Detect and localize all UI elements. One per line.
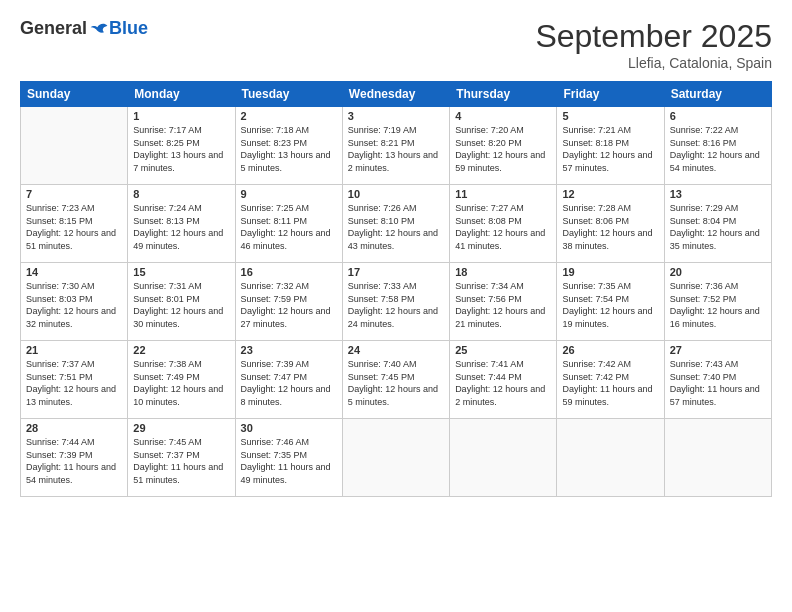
day-number: 1 bbox=[133, 110, 229, 122]
calendar-cell: 29Sunrise: 7:45 AMSunset: 7:37 PMDayligh… bbox=[128, 419, 235, 497]
day-info: Sunrise: 7:40 AMSunset: 7:45 PMDaylight:… bbox=[348, 358, 444, 408]
day-number: 21 bbox=[26, 344, 122, 356]
calendar-cell bbox=[342, 419, 449, 497]
day-info: Sunrise: 7:25 AMSunset: 8:11 PMDaylight:… bbox=[241, 202, 337, 252]
calendar-cell: 27Sunrise: 7:43 AMSunset: 7:40 PMDayligh… bbox=[664, 341, 771, 419]
logo: General Blue bbox=[20, 18, 148, 39]
day-info: Sunrise: 7:31 AMSunset: 8:01 PMDaylight:… bbox=[133, 280, 229, 330]
calendar-cell: 9Sunrise: 7:25 AMSunset: 8:11 PMDaylight… bbox=[235, 185, 342, 263]
day-info: Sunrise: 7:41 AMSunset: 7:44 PMDaylight:… bbox=[455, 358, 551, 408]
day-number: 18 bbox=[455, 266, 551, 278]
calendar-cell: 8Sunrise: 7:24 AMSunset: 8:13 PMDaylight… bbox=[128, 185, 235, 263]
calendar-cell bbox=[450, 419, 557, 497]
day-number: 14 bbox=[26, 266, 122, 278]
day-number: 19 bbox=[562, 266, 658, 278]
calendar-cell: 4Sunrise: 7:20 AMSunset: 8:20 PMDaylight… bbox=[450, 107, 557, 185]
week-row-3: 14Sunrise: 7:30 AMSunset: 8:03 PMDayligh… bbox=[21, 263, 772, 341]
day-info: Sunrise: 7:38 AMSunset: 7:49 PMDaylight:… bbox=[133, 358, 229, 408]
day-info: Sunrise: 7:33 AMSunset: 7:58 PMDaylight:… bbox=[348, 280, 444, 330]
day-number: 27 bbox=[670, 344, 766, 356]
header-monday: Monday bbox=[128, 82, 235, 107]
calendar-cell: 24Sunrise: 7:40 AMSunset: 7:45 PMDayligh… bbox=[342, 341, 449, 419]
day-info: Sunrise: 7:17 AMSunset: 8:25 PMDaylight:… bbox=[133, 124, 229, 174]
day-number: 5 bbox=[562, 110, 658, 122]
logo-bird-icon bbox=[89, 19, 109, 39]
day-info: Sunrise: 7:44 AMSunset: 7:39 PMDaylight:… bbox=[26, 436, 122, 486]
day-info: Sunrise: 7:20 AMSunset: 8:20 PMDaylight:… bbox=[455, 124, 551, 174]
day-number: 26 bbox=[562, 344, 658, 356]
day-info: Sunrise: 7:27 AMSunset: 8:08 PMDaylight:… bbox=[455, 202, 551, 252]
day-info: Sunrise: 7:35 AMSunset: 7:54 PMDaylight:… bbox=[562, 280, 658, 330]
day-number: 13 bbox=[670, 188, 766, 200]
calendar-cell: 30Sunrise: 7:46 AMSunset: 7:35 PMDayligh… bbox=[235, 419, 342, 497]
calendar-cell: 14Sunrise: 7:30 AMSunset: 8:03 PMDayligh… bbox=[21, 263, 128, 341]
calendar-cell bbox=[664, 419, 771, 497]
header-wednesday: Wednesday bbox=[342, 82, 449, 107]
calendar-cell: 5Sunrise: 7:21 AMSunset: 8:18 PMDaylight… bbox=[557, 107, 664, 185]
day-info: Sunrise: 7:18 AMSunset: 8:23 PMDaylight:… bbox=[241, 124, 337, 174]
day-number: 24 bbox=[348, 344, 444, 356]
day-number: 16 bbox=[241, 266, 337, 278]
day-number: 9 bbox=[241, 188, 337, 200]
calendar-cell: 10Sunrise: 7:26 AMSunset: 8:10 PMDayligh… bbox=[342, 185, 449, 263]
day-number: 28 bbox=[26, 422, 122, 434]
calendar-cell: 23Sunrise: 7:39 AMSunset: 7:47 PMDayligh… bbox=[235, 341, 342, 419]
day-info: Sunrise: 7:21 AMSunset: 8:18 PMDaylight:… bbox=[562, 124, 658, 174]
week-row-2: 7Sunrise: 7:23 AMSunset: 8:15 PMDaylight… bbox=[21, 185, 772, 263]
calendar-cell: 20Sunrise: 7:36 AMSunset: 7:52 PMDayligh… bbox=[664, 263, 771, 341]
header: General Blue September 2025 Llefia, Cata… bbox=[20, 18, 772, 71]
day-number: 17 bbox=[348, 266, 444, 278]
calendar-cell: 25Sunrise: 7:41 AMSunset: 7:44 PMDayligh… bbox=[450, 341, 557, 419]
calendar-cell: 12Sunrise: 7:28 AMSunset: 8:06 PMDayligh… bbox=[557, 185, 664, 263]
calendar-cell: 6Sunrise: 7:22 AMSunset: 8:16 PMDaylight… bbox=[664, 107, 771, 185]
header-sunday: Sunday bbox=[21, 82, 128, 107]
day-number: 30 bbox=[241, 422, 337, 434]
calendar-cell bbox=[21, 107, 128, 185]
calendar-cell: 28Sunrise: 7:44 AMSunset: 7:39 PMDayligh… bbox=[21, 419, 128, 497]
month-title: September 2025 bbox=[535, 18, 772, 55]
day-number: 10 bbox=[348, 188, 444, 200]
calendar-cell: 1Sunrise: 7:17 AMSunset: 8:25 PMDaylight… bbox=[128, 107, 235, 185]
day-number: 8 bbox=[133, 188, 229, 200]
calendar-cell: 26Sunrise: 7:42 AMSunset: 7:42 PMDayligh… bbox=[557, 341, 664, 419]
week-row-4: 21Sunrise: 7:37 AMSunset: 7:51 PMDayligh… bbox=[21, 341, 772, 419]
day-info: Sunrise: 7:22 AMSunset: 8:16 PMDaylight:… bbox=[670, 124, 766, 174]
calendar-cell: 17Sunrise: 7:33 AMSunset: 7:58 PMDayligh… bbox=[342, 263, 449, 341]
calendar-cell: 13Sunrise: 7:29 AMSunset: 8:04 PMDayligh… bbox=[664, 185, 771, 263]
calendar-cell: 21Sunrise: 7:37 AMSunset: 7:51 PMDayligh… bbox=[21, 341, 128, 419]
day-info: Sunrise: 7:30 AMSunset: 8:03 PMDaylight:… bbox=[26, 280, 122, 330]
day-info: Sunrise: 7:37 AMSunset: 7:51 PMDaylight:… bbox=[26, 358, 122, 408]
header-friday: Friday bbox=[557, 82, 664, 107]
day-info: Sunrise: 7:39 AMSunset: 7:47 PMDaylight:… bbox=[241, 358, 337, 408]
day-info: Sunrise: 7:43 AMSunset: 7:40 PMDaylight:… bbox=[670, 358, 766, 408]
calendar-table: SundayMondayTuesdayWednesdayThursdayFrid… bbox=[20, 81, 772, 497]
day-info: Sunrise: 7:46 AMSunset: 7:35 PMDaylight:… bbox=[241, 436, 337, 486]
logo-blue: Blue bbox=[109, 18, 148, 39]
day-info: Sunrise: 7:45 AMSunset: 7:37 PMDaylight:… bbox=[133, 436, 229, 486]
day-info: Sunrise: 7:28 AMSunset: 8:06 PMDaylight:… bbox=[562, 202, 658, 252]
calendar-cell: 19Sunrise: 7:35 AMSunset: 7:54 PMDayligh… bbox=[557, 263, 664, 341]
day-number: 23 bbox=[241, 344, 337, 356]
day-number: 3 bbox=[348, 110, 444, 122]
day-number: 11 bbox=[455, 188, 551, 200]
day-number: 4 bbox=[455, 110, 551, 122]
day-info: Sunrise: 7:26 AMSunset: 8:10 PMDaylight:… bbox=[348, 202, 444, 252]
day-number: 20 bbox=[670, 266, 766, 278]
logo-text: General Blue bbox=[20, 18, 148, 39]
calendar-cell: 22Sunrise: 7:38 AMSunset: 7:49 PMDayligh… bbox=[128, 341, 235, 419]
day-number: 15 bbox=[133, 266, 229, 278]
day-number: 25 bbox=[455, 344, 551, 356]
calendar-cell: 11Sunrise: 7:27 AMSunset: 8:08 PMDayligh… bbox=[450, 185, 557, 263]
calendar-cell: 7Sunrise: 7:23 AMSunset: 8:15 PMDaylight… bbox=[21, 185, 128, 263]
page: General Blue September 2025 Llefia, Cata… bbox=[0, 0, 792, 612]
day-info: Sunrise: 7:32 AMSunset: 7:59 PMDaylight:… bbox=[241, 280, 337, 330]
day-info: Sunrise: 7:29 AMSunset: 8:04 PMDaylight:… bbox=[670, 202, 766, 252]
logo-general: General bbox=[20, 18, 87, 39]
calendar-cell: 15Sunrise: 7:31 AMSunset: 8:01 PMDayligh… bbox=[128, 263, 235, 341]
day-number: 2 bbox=[241, 110, 337, 122]
header-thursday: Thursday bbox=[450, 82, 557, 107]
header-saturday: Saturday bbox=[664, 82, 771, 107]
calendar-cell: 2Sunrise: 7:18 AMSunset: 8:23 PMDaylight… bbox=[235, 107, 342, 185]
calendar-cell bbox=[557, 419, 664, 497]
day-number: 22 bbox=[133, 344, 229, 356]
